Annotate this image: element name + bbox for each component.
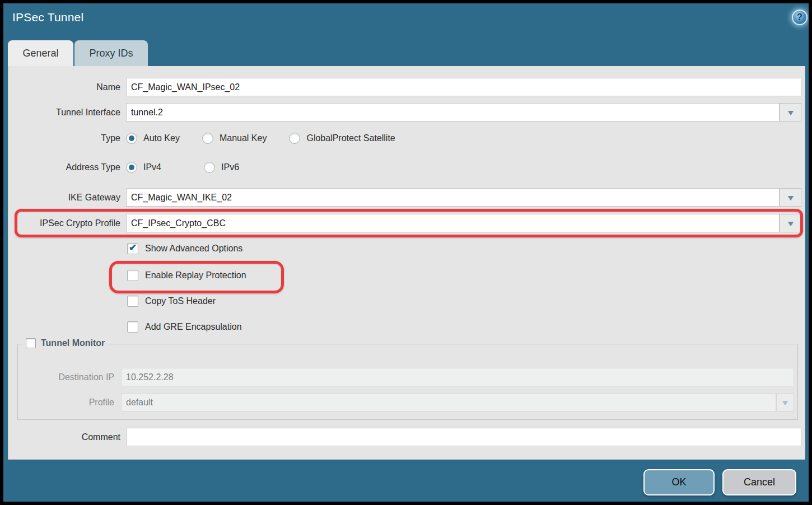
ipsec-crypto-profile-row: IPSec Crypto Profile ▼ [8, 214, 805, 232]
chevron-down-icon: ▼ [786, 219, 795, 227]
type-option-manual-key: Manual Key [202, 133, 267, 144]
enable-replay-protection-label: Enable Replay Protection [145, 270, 246, 280]
address-type-row: Address Type IPv4 IPv6 [8, 162, 805, 173]
tab-general[interactable]: General [8, 40, 73, 66]
tunnel-monitor-fieldset: Tunnel Monitor Destination IP Profile ▼ [17, 344, 798, 420]
ipsec-crypto-profile-input[interactable] [126, 214, 780, 232]
auto-key-label: Auto Key [143, 133, 180, 143]
enable-replay-protection-checkbox[interactable] [127, 270, 138, 281]
auto-key-radio[interactable] [126, 133, 137, 144]
globalprotect-satellite-label: GlobalProtect Satellite [306, 133, 395, 143]
destination-ip-label: Destination IP [18, 372, 114, 382]
destination-ip-row: Destination IP [18, 368, 797, 386]
tunnel-monitor-legend: Tunnel Monitor [24, 338, 109, 348]
ike-gateway-input[interactable] [126, 188, 780, 207]
ipv6-radio[interactable] [204, 162, 215, 173]
address-type-option-ipv6: IPv6 [204, 162, 239, 173]
comment-input[interactable] [126, 428, 801, 446]
ok-button-label: OK [671, 476, 686, 488]
cancel-button[interactable]: Cancel [722, 469, 796, 495]
ipv4-label: IPv4 [143, 162, 161, 172]
tunnel-monitor-label: Tunnel Monitor [41, 338, 105, 348]
type-label: Type [8, 133, 120, 143]
manual-key-label: Manual Key [220, 133, 267, 143]
comment-row: Comment [8, 428, 805, 446]
type-option-globalprotect-satellite: GlobalProtect Satellite [289, 133, 395, 144]
copy-tos-header-checkbox[interactable] [127, 296, 138, 307]
chevron-down-icon: ▼ [786, 109, 795, 116]
globalprotect-satellite-radio[interactable] [289, 133, 300, 144]
add-gre-encapsulation-checkbox[interactable] [127, 321, 138, 333]
show-advanced-options-row: ✔ Show Advanced Options [127, 243, 242, 254]
tunnel-monitor-checkbox[interactable] [26, 338, 36, 348]
tunnel-interface-label: Tunnel Interface [8, 107, 120, 118]
show-advanced-options-checkbox[interactable]: ✔ [127, 243, 138, 254]
profile-input [121, 393, 776, 412]
ike-gateway-row: IKE Gateway ▼ [8, 188, 805, 207]
ipsec-crypto-profile-dropdown-button[interactable]: ▼ [780, 214, 801, 232]
tab-proxy-ids-label: Proxy IDs [89, 48, 133, 59]
add-gre-encapsulation-label: Add GRE Encapsulation [145, 322, 242, 332]
chevron-down-icon: ▼ [786, 194, 795, 202]
cancel-button-label: Cancel [744, 476, 775, 488]
tunnel-interface-row: Tunnel Interface ▼ [8, 103, 805, 121]
address-type-label: Address Type [8, 162, 120, 172]
copy-tos-header-row: Copy ToS Header [127, 296, 216, 307]
destination-ip-input [121, 368, 794, 386]
ike-gateway-label: IKE Gateway [8, 193, 120, 203]
checkmark-icon: ✔ [129, 243, 137, 252]
profile-row: Profile ▼ [18, 393, 797, 412]
profile-label: Profile [18, 398, 114, 408]
name-label: Name [8, 82, 120, 92]
dialog-title: IPSec Tunnel [12, 11, 83, 24]
copy-tos-header-label: Copy ToS Header [145, 296, 216, 306]
show-advanced-options-label: Show Advanced Options [145, 244, 242, 254]
name-input[interactable] [126, 78, 801, 96]
name-row: Name [8, 78, 805, 96]
ok-button[interactable]: OK [643, 469, 715, 495]
ipv6-label: IPv6 [221, 162, 239, 172]
general-tab-panel: Name Tunnel Interface ▼ Type Auto Key Ma… [8, 66, 805, 460]
enable-replay-protection-row: Enable Replay Protection [127, 270, 246, 281]
address-type-option-ipv4: IPv4 [126, 162, 161, 173]
type-option-auto-key: Auto Key [126, 133, 180, 144]
manual-key-radio[interactable] [202, 133, 213, 144]
add-gre-encapsulation-row: Add GRE Encapsulation [127, 321, 242, 333]
ipv4-radio[interactable] [126, 162, 137, 173]
question-mark-glyph: ? [797, 12, 802, 22]
ipsec-crypto-profile-label: IPSec Crypto Profile [8, 218, 120, 228]
ike-gateway-dropdown-button[interactable]: ▼ [780, 188, 801, 207]
profile-dropdown-button: ▼ [776, 393, 794, 412]
ipsec-tunnel-dialog: IPSec Tunnel ? General Proxy IDs Name Tu… [0, 0, 812, 505]
tab-proxy-ids[interactable]: Proxy IDs [74, 40, 148, 66]
tunnel-interface-dropdown-button[interactable]: ▼ [780, 103, 801, 121]
tab-general-label: General [22, 48, 58, 59]
comment-label: Comment [8, 432, 120, 442]
type-row: Type Auto Key Manual Key GlobalProtect S… [8, 133, 805, 144]
help-icon[interactable]: ? [792, 10, 808, 25]
chevron-down-icon: ▼ [780, 399, 790, 406]
tunnel-interface-input[interactable] [126, 103, 780, 121]
